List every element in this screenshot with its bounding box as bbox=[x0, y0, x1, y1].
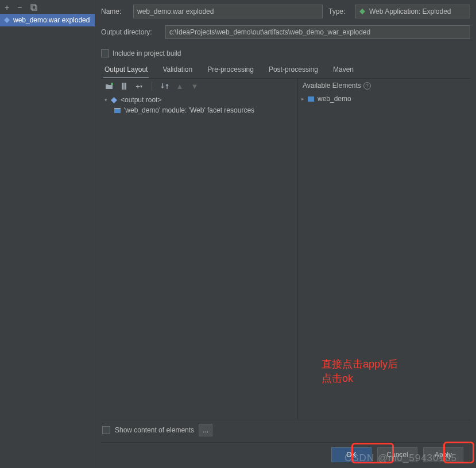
available-elements-pane: Available Elements ? ▸ web_demo bbox=[298, 79, 470, 420]
tab-output-layout[interactable]: Output Layout bbox=[103, 63, 149, 78]
move-down-icon[interactable]: ▼ bbox=[190, 82, 199, 91]
tabs: Output Layout Validation Pre-processing … bbox=[101, 63, 470, 79]
name-label: Name: bbox=[101, 7, 127, 16]
new-archive-icon[interactable] bbox=[119, 82, 129, 91]
ellipsis-button[interactable]: ... bbox=[199, 424, 212, 436]
module-icon bbox=[307, 95, 315, 103]
cancel-button[interactable]: Cancel bbox=[377, 447, 417, 462]
svg-rect-9 bbox=[114, 108, 121, 109]
svg-rect-6 bbox=[123, 83, 125, 90]
remove-icon[interactable]: − bbox=[17, 3, 22, 11]
show-content-label: Show content of elements bbox=[115, 426, 194, 434]
output-root-label: <output root> bbox=[121, 96, 161, 104]
artifact-icon bbox=[3, 17, 10, 24]
available-elements-header: Available Elements ? bbox=[298, 79, 470, 92]
artifact-type-icon bbox=[359, 8, 366, 15]
available-tree[interactable]: ▸ web_demo bbox=[298, 92, 470, 105]
output-root-row[interactable]: ▾ <output root> bbox=[103, 95, 295, 105]
tab-maven[interactable]: Maven bbox=[332, 63, 355, 78]
sidebar-toolbar: + − bbox=[0, 1, 95, 14]
available-elements-label: Available Elements bbox=[303, 82, 361, 90]
web-facet-icon bbox=[114, 107, 121, 114]
svg-rect-4 bbox=[111, 83, 113, 85]
available-item-label: web_demo bbox=[318, 95, 351, 103]
layout-toolbar: +▾ ▲ ▼ bbox=[101, 79, 297, 94]
new-folder-icon[interactable] bbox=[105, 82, 114, 91]
add-icon[interactable]: + bbox=[5, 3, 9, 11]
outdir-input[interactable] bbox=[165, 25, 470, 39]
facet-row[interactable]: 'web_demo' module: 'Web' facet resources bbox=[103, 105, 295, 115]
svg-marker-2 bbox=[4, 17, 10, 23]
include-build-checkbox[interactable] bbox=[101, 49, 109, 57]
include-build-row[interactable]: Include in project build bbox=[101, 49, 470, 57]
expand-icon[interactable]: ▸ bbox=[301, 96, 304, 102]
name-input[interactable] bbox=[133, 5, 323, 18]
copy-icon[interactable] bbox=[30, 3, 38, 11]
type-value: Web Application: Exploded bbox=[369, 7, 451, 16]
svg-marker-3 bbox=[359, 9, 365, 14]
sort-icon[interactable] bbox=[160, 82, 169, 91]
output-layout-pane: +▾ ▲ ▼ ▾ <output root> bbox=[101, 79, 298, 420]
help-icon[interactable]: ? bbox=[363, 82, 371, 90]
svg-marker-7 bbox=[111, 97, 117, 103]
apply-button[interactable]: Apply bbox=[423, 447, 463, 462]
svg-rect-1 bbox=[32, 6, 37, 10]
output-tree[interactable]: ▾ <output root> 'web_demo' module: 'Web'… bbox=[101, 94, 297, 117]
artifacts-sidebar: + − web_demo:war exploded bbox=[0, 0, 95, 468]
add-copy-icon[interactable]: +▾ bbox=[134, 82, 144, 91]
tab-post-processing[interactable]: Post-processing bbox=[268, 63, 319, 78]
type-select[interactable]: Web Application: Exploded bbox=[355, 5, 470, 18]
layout-area: +▾ ▲ ▼ ▾ <output root> bbox=[101, 79, 470, 420]
outdir-label: Output directory: bbox=[101, 28, 160, 36]
bottom-options: Show content of elements ... bbox=[101, 420, 470, 442]
move-up-icon[interactable]: ▲ bbox=[175, 82, 184, 91]
svg-rect-10 bbox=[308, 96, 314, 102]
type-label: Type: bbox=[328, 7, 349, 16]
include-build-label: Include in project build bbox=[113, 49, 181, 57]
expand-icon[interactable]: ▾ bbox=[105, 97, 107, 103]
facet-label: 'web_demo' module: 'Web' facet resources bbox=[124, 106, 254, 114]
dialog-buttons: OK Cancel Apply bbox=[101, 442, 470, 468]
show-content-checkbox[interactable] bbox=[102, 426, 110, 434]
tab-pre-processing[interactable]: Pre-processing bbox=[206, 63, 255, 78]
sidebar-item-artifact[interactable]: web_demo:war exploded bbox=[0, 14, 95, 26]
tab-validation[interactable]: Validation bbox=[161, 63, 194, 78]
ok-button[interactable]: OK bbox=[331, 447, 371, 462]
available-item-row[interactable]: ▸ web_demo bbox=[300, 94, 468, 104]
output-root-icon bbox=[110, 96, 118, 104]
sidebar-item-label: web_demo:war exploded bbox=[13, 16, 90, 24]
main-panel: Name: Type: Web Application: Exploded Ou… bbox=[95, 0, 476, 468]
svg-rect-0 bbox=[31, 5, 36, 9]
